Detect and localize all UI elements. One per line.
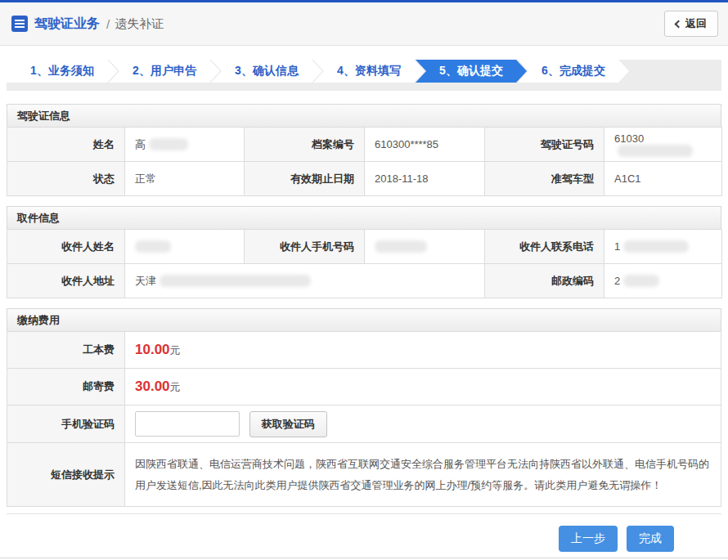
fees-title: 缴纳费用 (7, 308, 721, 331)
recipient-address-value: 天津 (125, 264, 485, 298)
sms-notice-text: 因陕西省联通、电信运营商技术问题，陕西省互联网交通安全综合服务管理平台无法向持陕… (125, 443, 721, 507)
get-code-button[interactable]: 获取验证码 (249, 411, 327, 437)
page-title: 驾驶证业务 (34, 16, 100, 33)
production-fee-unit: 元 (170, 344, 181, 356)
postal-code-value: 2 (604, 264, 722, 298)
postage-fee-unit: 元 (170, 381, 181, 393)
valid-until-label: 有效期止日期 (245, 162, 365, 196)
previous-step-button[interactable]: 上一步 (559, 526, 618, 552)
sms-code-label: 手机验证码 (7, 405, 125, 443)
step-wizard: 1、业务须知 2、用户申告 3、确认信息 4、资料填写 5、确认提交 6、完成提… (7, 60, 721, 91)
production-fee-amount: 10.00 (135, 342, 170, 357)
vehicle-class-value: A1C1 (604, 162, 722, 196)
step-4-fill-materials[interactable]: 4、资料填写 (313, 60, 425, 83)
postage-fee-value: 30.00元 (125, 369, 721, 405)
name-value: 高 (125, 128, 245, 162)
table-row: 短信接收提示 因陕西省联通、电信运营商技术问题，陕西省互联网交通安全综合服务管理… (7, 443, 721, 507)
recipient-phone-label: 收件人联系电话 (485, 230, 604, 264)
breadcrumb-separator: / (106, 17, 110, 31)
table-row: 姓名 高 档案编号 610300****85 驾驶证号码 61030 (7, 128, 722, 162)
production-fee-label: 工本费 (7, 332, 125, 369)
license-info-table: 姓名 高 档案编号 610300****85 驾驶证号码 61030 状态 正常… (7, 127, 722, 196)
pickup-info-title: 取件信息 (7, 206, 721, 229)
finish-button[interactable]: 完成 (627, 526, 674, 552)
bottom-divider (0, 558, 728, 558)
valid-until-value: 2018-11-18 (365, 162, 485, 196)
table-row: 状态 正常 有效期止日期 2018-11-18 准驾车型 A1C1 (7, 162, 722, 196)
production-fee-value: 10.00元 (125, 332, 721, 369)
vehicle-class-label: 准驾车型 (485, 162, 604, 196)
redacted-value (618, 145, 693, 157)
table-row: 邮寄费 30.00元 (7, 369, 721, 405)
back-button[interactable]: 返回 (664, 11, 718, 37)
redacted-value (160, 275, 311, 287)
pickup-info-table: 收件人姓名 收件人手机号码 收件人联系电话 1 收件人地址 天津 邮政编码 2 (7, 229, 722, 298)
license-number-value: 61030 (604, 128, 722, 162)
recipient-address-label: 收件人地址 (7, 264, 125, 298)
postage-fee-amount: 30.00 (135, 379, 170, 394)
list-icon (11, 16, 28, 32)
back-button-label: 返回 (685, 16, 707, 31)
table-row: 收件人姓名 收件人手机号码 收件人联系电话 1 (7, 230, 722, 264)
sms-code-input[interactable] (135, 411, 240, 437)
fees-section: 缴纳费用 工本费 10.00元 邮寄费 30.00元 手机验证码 获取验证码 短… (7, 308, 721, 507)
step-5-confirm-submit-active[interactable]: 5、确认提交 (416, 60, 527, 83)
redacted-value (375, 240, 427, 253)
license-number-label: 驾驶证号码 (485, 128, 604, 162)
redacted-value (149, 138, 188, 150)
table-row: 收件人地址 天津 邮政编码 2 (7, 264, 722, 298)
step-6-complete-submit[interactable]: 6、完成提交 (518, 60, 629, 83)
postage-fee-label: 邮寄费 (7, 369, 125, 405)
license-info-title: 驾驶证信息 (7, 104, 721, 127)
table-row: 工本费 10.00元 (7, 332, 721, 369)
license-info-section: 驾驶证信息 姓名 高 档案编号 610300****85 驾驶证号码 61030… (7, 104, 721, 196)
fees-table: 工本费 10.00元 邮寄费 30.00元 手机验证码 获取验证码 短信接收提示… (7, 331, 721, 507)
postal-code-label: 邮政编码 (485, 264, 604, 298)
redacted-value (623, 275, 659, 287)
step-3-confirm-info[interactable]: 3、确认信息 (211, 60, 322, 83)
page-subtitle: 遗失补证 (115, 16, 164, 32)
footer-actions: 上一步 完成 (7, 513, 721, 552)
file-number-value: 610300****85 (365, 128, 485, 162)
recipient-name-value (125, 230, 245, 264)
table-row: 手机验证码 获取验证码 (7, 405, 721, 443)
recipient-mobile-value (365, 230, 485, 264)
recipient-mobile-label: 收件人手机号码 (245, 230, 365, 264)
status-label: 状态 (7, 162, 125, 196)
sms-notice-label: 短信接收提示 (7, 443, 125, 507)
redacted-value (623, 240, 689, 253)
pickup-info-section: 取件信息 收件人姓名 收件人手机号码 收件人联系电话 1 收件人地址 天津 邮政… (7, 206, 721, 298)
name-label: 姓名 (7, 128, 125, 162)
file-number-label: 档案编号 (245, 128, 365, 162)
step-1-business-notice[interactable]: 1、业务须知 (7, 60, 118, 83)
breadcrumb: 驾驶证业务 / 遗失补证 (11, 16, 164, 33)
recipient-name-label: 收件人姓名 (7, 230, 125, 264)
redacted-value (135, 240, 171, 253)
header: 驾驶证业务 / 遗失补证 返回 (0, 2, 728, 46)
status-value: 正常 (125, 162, 245, 196)
step-2-user-declaration[interactable]: 2、用户申告 (109, 60, 220, 83)
sms-code-cell: 获取验证码 (125, 405, 721, 443)
chevron-left-icon (675, 20, 683, 28)
main-content: 驾驶证信息 姓名 高 档案编号 610300****85 驾驶证号码 61030… (0, 104, 728, 552)
recipient-phone-value: 1 (604, 230, 722, 264)
